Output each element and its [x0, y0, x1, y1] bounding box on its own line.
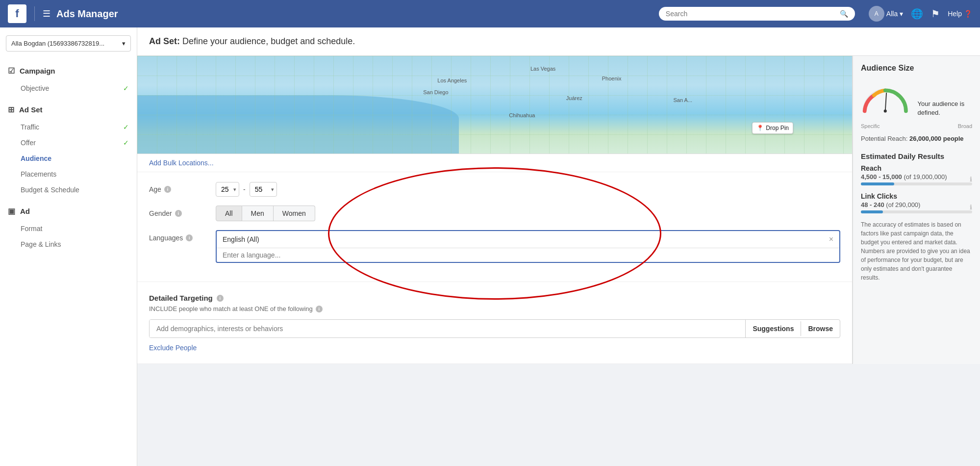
help-button[interactable]: Help ❓ — [948, 10, 972, 18]
language-input[interactable] — [223, 251, 833, 259]
gauge-labels: Specific Broad — [861, 123, 972, 129]
detailed-subtitle-info-icon[interactable]: i — [316, 306, 323, 312]
format-label: Format — [21, 225, 42, 233]
gender-all-button[interactable]: All — [216, 206, 242, 221]
audience-defined-text: Your audience is defined. — [918, 100, 972, 117]
content-area: Las Vegas Los Angeles Phoenix San Diego … — [137, 56, 980, 364]
potential-reach-value: 26,000,000 people — [909, 135, 964, 142]
search-icon: 🔍 — [840, 10, 848, 18]
suggestions-button[interactable]: Suggestions — [746, 320, 801, 337]
campaign-header: ☑ Campaign — [0, 61, 137, 80]
link-clicks-bar: ℹ — [861, 210, 972, 213]
targeting-actions: Suggestions Browse — [745, 320, 840, 337]
detailed-targeting-info-icon[interactable]: i — [217, 295, 224, 302]
flag-icon[interactable]: ⚑ — [931, 8, 940, 20]
reach-title: Reach — [861, 164, 972, 172]
sidebar-item-placements[interactable]: Placements — [0, 166, 137, 182]
page-header-prefix: Ad Set: — [149, 36, 180, 46]
ad-header: ▣ Ad — [0, 202, 137, 221]
campaign-label: Campaign — [20, 67, 55, 75]
reach-value: 4,500 - 15,000 (of 19,000,000) — [861, 173, 972, 181]
link-clicks-bar-fill — [861, 210, 883, 213]
map-label-lasvegas: Las Vegas — [530, 66, 555, 72]
age-max-select[interactable]: 55 45 50 60 65+ — [250, 182, 277, 197]
drop-pin-button[interactable]: 📍 Drop Pin — [752, 122, 793, 134]
language-input-wrapper — [217, 248, 839, 262]
sidebar-item-format[interactable]: Format — [0, 221, 137, 236]
targeting-input-row: Suggestions Browse — [149, 319, 840, 338]
exclude-people-link[interactable]: Exclude People — [149, 338, 197, 352]
detailed-targeting-header: Detailed Targeting i — [149, 294, 840, 302]
specific-label: Specific — [861, 123, 880, 129]
age-min-wrapper: 25 18 21 30 35 — [216, 182, 239, 197]
add-bulk-locations-link[interactable]: Add Bulk Locations... — [137, 154, 852, 172]
age-dash: - — [243, 185, 246, 193]
age-max-wrapper: 55 45 50 60 65+ — [250, 182, 277, 197]
detailed-targeting-subtitle: INCLUDE people who match at least ONE of… — [149, 305, 840, 312]
search-input[interactable] — [666, 10, 836, 18]
age-info-icon[interactable]: i — [164, 186, 171, 193]
budget-schedule-label: Budget & Schedule — [21, 186, 79, 194]
ad-label: Ad — [20, 207, 30, 215]
language-remove-button[interactable]: × — [829, 235, 833, 244]
svg-point-1 — [884, 109, 887, 112]
gender-men-button[interactable]: Men — [242, 206, 274, 221]
hamburger-icon[interactable]: ☰ — [43, 8, 50, 19]
sidebar-item-budget-schedule[interactable]: Budget & Schedule — [0, 182, 137, 198]
page-header: Ad Set: Define your audience, budget and… — [137, 27, 980, 56]
main-content: Ad Set: Define your audience, budget and… — [137, 27, 980, 466]
sidebar-item-objective[interactable]: Objective ✓ — [0, 80, 137, 96]
offer-label: Offer — [21, 139, 36, 147]
reach-info-icon[interactable]: ℹ — [970, 176, 972, 183]
facebook-logo: f — [8, 4, 26, 23]
targeting-input[interactable] — [150, 320, 745, 337]
sidebar-item-audience[interactable]: Audience — [0, 151, 137, 166]
gauge-chart — [861, 80, 910, 117]
age-selects: 25 18 21 30 35 - 55 — [216, 182, 277, 197]
check-icon: ✓ — [123, 139, 129, 147]
gender-row: Gender i All Men Women — [149, 206, 840, 221]
campaign-icon: ☑ — [8, 66, 15, 76]
disclaimer-text: The accuracy of estimates is based on fa… — [861, 220, 972, 282]
reach-bar-fill — [861, 182, 894, 185]
objective-label: Objective — [21, 84, 49, 92]
language-tag: English (All) — [223, 235, 259, 243]
map-label-phoenix: Phoenix — [602, 76, 622, 81]
audience-label: Audience — [21, 155, 51, 162]
detailed-targeting-title: Detailed Targeting — [149, 294, 213, 302]
page-header-title: Define your audience, budget and schedul… — [182, 36, 355, 46]
sidebar-item-offer[interactable]: Offer ✓ — [0, 135, 137, 151]
ad-icon: ▣ — [8, 207, 15, 216]
user-menu[interactable]: A Alla ▾ — [869, 6, 903, 22]
adset-icon: ⊞ — [8, 105, 14, 114]
gender-women-button[interactable]: Women — [274, 206, 315, 221]
map-label-sana: San A... — [674, 97, 693, 103]
avatar: A — [869, 6, 884, 22]
account-selector[interactable]: Alla Bogdan (15693386732819... ▾ — [6, 35, 131, 52]
potential-reach: Potential Reach: 26,000,000 people — [861, 135, 972, 142]
check-icon: ✓ — [123, 123, 129, 131]
adset-label: Ad Set — [19, 105, 43, 114]
account-label: Alla Bogdan (15693386732819... — [11, 40, 104, 47]
broad-label: Broad — [958, 123, 972, 129]
reach-bar: ℹ — [861, 182, 972, 185]
map-label-juarez: Juárez — [566, 95, 582, 101]
globe-icon[interactable]: 🌐 — [911, 8, 923, 20]
detailed-targeting-section: Detailed Targeting i INCLUDE people who … — [137, 282, 852, 364]
languages-info-icon[interactable]: i — [186, 234, 193, 241]
sidebar: Alla Bogdan (15693386732819... ▾ ☑ Campa… — [0, 27, 137, 466]
placements-label: Placements — [21, 170, 56, 178]
age-min-select[interactable]: 25 18 21 30 35 — [216, 182, 239, 197]
gender-info-icon[interactable]: i — [175, 210, 182, 217]
nav-right: A Alla ▾ 🌐 ⚑ Help ❓ — [869, 6, 972, 22]
link-clicks-info-icon[interactable]: ℹ — [970, 204, 972, 211]
app-title: Ads Manager — [56, 8, 118, 20]
pin-icon: 📍 — [756, 125, 764, 131]
estimated-daily-title: Estimated Daily Results — [861, 152, 972, 160]
sidebar-section-campaign: ☑ Campaign Objective ✓ — [0, 61, 137, 96]
page-links-label: Page & Links — [21, 240, 61, 248]
sidebar-item-traffic[interactable]: Traffic ✓ — [0, 119, 137, 135]
sidebar-item-page-links[interactable]: Page & Links — [0, 236, 137, 252]
languages-container: English (All) × — [216, 230, 840, 263]
browse-button[interactable]: Browse — [801, 320, 840, 337]
